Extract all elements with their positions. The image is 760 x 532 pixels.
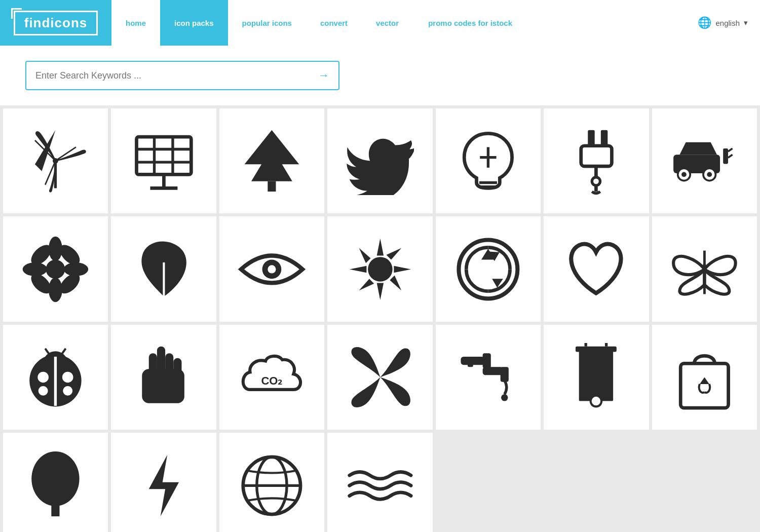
svg-point-73 <box>501 394 508 401</box>
nav-promo[interactable]: promo codes for istock <box>413 0 527 46</box>
svg-rect-1 <box>54 161 57 188</box>
svg-point-25 <box>681 172 687 177</box>
svg-point-27 <box>707 172 712 177</box>
nav-popular-icons[interactable]: popular icons <box>228 0 306 46</box>
nav-icon-packs[interactable]: icon packs <box>160 0 228 46</box>
svg-point-57 <box>38 372 49 383</box>
icon-recycle-bag[interactable] <box>652 325 757 430</box>
svg-marker-46 <box>349 265 366 272</box>
svg-point-42 <box>268 265 276 273</box>
icon-wind-turbine[interactable] <box>3 108 108 213</box>
nav-vector[interactable]: vector <box>362 0 413 46</box>
svg-marker-51 <box>359 279 374 290</box>
svg-rect-76 <box>576 347 617 352</box>
icon-co2-cloud[interactable]: CO₂ <box>219 325 324 430</box>
icon-empty-3 <box>652 433 757 532</box>
navbar: findicons home icon packs popular icons … <box>0 0 760 46</box>
svg-marker-50 <box>386 248 401 259</box>
icon-trash-bin[interactable] <box>544 325 649 430</box>
svg-marker-48 <box>359 248 370 263</box>
logo[interactable]: findicons <box>0 0 111 46</box>
icon-solar-panel[interactable] <box>111 108 216 213</box>
icon-lightbulb[interactable] <box>436 108 541 213</box>
language-label: english <box>715 19 740 27</box>
svg-rect-74 <box>468 357 473 367</box>
search-submit-arrow[interactable]: → <box>318 69 329 82</box>
icon-waves[interactable] <box>327 433 432 532</box>
svg-rect-80 <box>680 364 728 408</box>
globe-icon: 🌐 <box>698 16 711 29</box>
icon-faucet[interactable] <box>436 325 541 430</box>
svg-point-58 <box>62 372 73 383</box>
icon-four-leaf[interactable] <box>327 325 432 430</box>
svg-rect-72 <box>501 367 509 382</box>
svg-text:CO₂: CO₂ <box>261 374 283 387</box>
chevron-down-icon: ▾ <box>744 18 748 27</box>
nav-convert[interactable]: convert <box>306 0 362 46</box>
svg-point-43 <box>368 257 393 282</box>
nav-items: home icon packs popular icons convert ve… <box>111 0 760 46</box>
svg-rect-71 <box>483 367 503 375</box>
svg-line-30 <box>728 155 733 158</box>
icon-ladybug[interactable] <box>3 325 108 430</box>
icon-eye[interactable] <box>219 216 324 321</box>
icon-plug[interactable] <box>544 108 649 213</box>
logo-text: findicons <box>14 11 98 35</box>
icon-pine-tree[interactable] <box>219 108 324 213</box>
svg-marker-44 <box>376 238 383 255</box>
icon-leaf[interactable] <box>111 216 216 321</box>
icon-grid: CO₂ <box>0 105 760 532</box>
icon-tree[interactable] <box>3 433 108 532</box>
svg-rect-75 <box>579 350 613 401</box>
svg-rect-82 <box>52 503 60 516</box>
icon-recycle[interactable] <box>436 216 541 321</box>
svg-point-60 <box>63 386 73 396</box>
svg-marker-3 <box>56 130 76 171</box>
icon-butterfly[interactable] <box>652 216 757 321</box>
search-box: → <box>25 61 339 90</box>
search-section: → <box>0 46 760 105</box>
svg-line-29 <box>728 148 733 151</box>
icon-electric-car[interactable] <box>652 108 757 213</box>
svg-rect-12 <box>268 181 276 192</box>
icon-empty-1 <box>436 433 541 532</box>
icon-sun[interactable] <box>327 216 432 321</box>
language-selector[interactable]: 🌐 english ▾ <box>686 0 760 46</box>
nav-home[interactable]: home <box>111 0 160 46</box>
svg-point-81 <box>32 451 80 506</box>
search-input[interactable] <box>35 70 318 81</box>
icon-lightning[interactable] <box>111 433 216 532</box>
svg-marker-11 <box>245 130 299 181</box>
svg-rect-67 <box>142 369 184 403</box>
svg-marker-45 <box>376 283 383 300</box>
svg-point-39 <box>46 259 65 279</box>
svg-rect-28 <box>723 148 728 164</box>
svg-point-21 <box>592 177 600 185</box>
svg-marker-83 <box>148 454 178 516</box>
icon-twitter-bird[interactable] <box>327 108 432 213</box>
svg-marker-47 <box>394 265 411 272</box>
svg-marker-49 <box>390 275 401 290</box>
svg-rect-4 <box>136 137 191 175</box>
svg-rect-70 <box>483 353 491 368</box>
icon-hand[interactable] <box>111 325 216 430</box>
icon-heart[interactable] <box>544 216 649 321</box>
icon-globe[interactable] <box>219 433 324 532</box>
icon-flower[interactable] <box>3 216 108 321</box>
icon-empty-2 <box>544 433 649 532</box>
svg-rect-19 <box>581 146 612 166</box>
svg-point-59 <box>39 386 48 396</box>
svg-point-77 <box>591 396 602 407</box>
